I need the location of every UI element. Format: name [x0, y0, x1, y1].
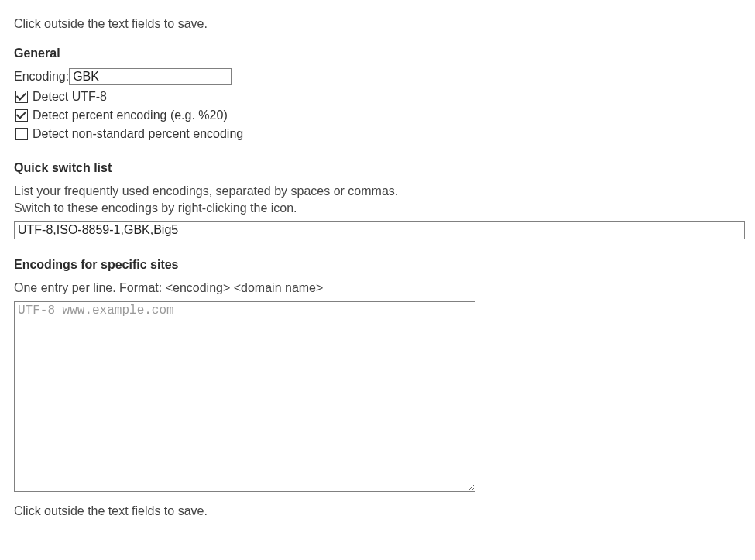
detect-percent-label: Detect percent encoding (e.g. %20): [33, 107, 228, 124]
detect-nonstd-percent-row[interactable]: Detect non-standard percent encoding: [15, 125, 741, 143]
site-encodings-heading: Encodings for specific sites: [14, 258, 741, 272]
quick-switch-section: Quick switch list List your frequently u…: [14, 161, 741, 239]
detect-utf8-label: Detect UTF-8: [33, 88, 107, 105]
detect-percent-checkbox[interactable]: [15, 109, 28, 122]
general-heading: General: [14, 46, 741, 60]
detect-utf8-checkbox[interactable]: [15, 91, 28, 103]
site-encodings-textarea[interactable]: [14, 301, 475, 492]
encoding-row: Encoding:: [14, 68, 741, 85]
quick-switch-help-line1: List your frequently used encodings, sep…: [14, 184, 398, 198]
detect-nonstd-percent-checkbox[interactable]: [15, 128, 28, 140]
detect-utf8-row[interactable]: Detect UTF-8: [15, 88, 741, 105]
general-section: General Encoding: Detect UTF-8 Detect pe…: [14, 46, 741, 143]
encoding-label: Encoding:: [14, 70, 69, 84]
site-encodings-help: One entry per line. Format: <encoding> <…: [14, 280, 741, 297]
quick-switch-heading: Quick switch list: [14, 161, 741, 175]
detect-percent-row[interactable]: Detect percent encoding (e.g. %20): [15, 107, 741, 124]
quick-switch-help: List your frequently used encodings, sep…: [14, 183, 741, 218]
save-hint-top: Click outside the text fields to save.: [14, 17, 741, 31]
encoding-input[interactable]: [69, 68, 232, 85]
detect-nonstd-percent-label: Detect non-standard percent encoding: [33, 125, 243, 143]
quick-switch-help-line2: Switch to these encodings by right-click…: [14, 201, 297, 215]
quick-switch-input[interactable]: [14, 221, 745, 239]
save-hint-bottom: Click outside the text fields to save.: [14, 504, 741, 518]
site-encodings-section: Encodings for specific sites One entry p…: [14, 258, 741, 495]
